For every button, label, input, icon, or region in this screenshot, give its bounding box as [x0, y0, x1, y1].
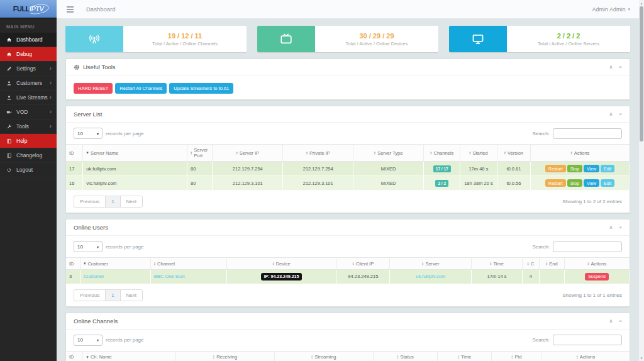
sidebar-item-vod[interactable]: VOD› — [0, 105, 57, 119]
stop-button[interactable]: Stop — [567, 165, 582, 172]
cell-ip: 212.129.3.101 — [213, 176, 283, 191]
column-header-receiving[interactable]: ▴▾Receiving — [176, 351, 275, 361]
column-header-actions[interactable]: ▴▾Actions — [531, 145, 630, 162]
edit-button[interactable]: Edit — [601, 165, 614, 172]
next-page-button[interactable]: Next — [120, 196, 143, 208]
column-header-ip[interactable]: ▴▾Server IP — [213, 145, 283, 162]
scrollbar-thumb[interactable] — [640, 6, 643, 142]
column-header-id[interactable]: ID — [66, 258, 80, 270]
power-icon — [6, 167, 14, 173]
column-header-name[interactable]: ▾Ch. Name — [83, 351, 176, 361]
cell-id: 3 — [66, 269, 80, 284]
previous-page-button[interactable]: Previous — [74, 289, 106, 301]
column-header-actions[interactable]: ▴▾Actions — [542, 351, 630, 361]
cell-id: 16 — [66, 176, 83, 191]
column-header-id[interactable]: ID — [66, 145, 83, 162]
column-header-started[interactable]: ▴▾Started — [460, 145, 497, 162]
next-page-button[interactable]: Next — [120, 289, 143, 301]
sidebar-item-customers[interactable]: Customers› — [0, 76, 57, 91]
edit-button[interactable]: Edit — [601, 179, 614, 187]
records-per-page-select[interactable]: 10 ▾ — [74, 128, 103, 139]
search-input[interactable] — [553, 128, 622, 139]
column-header-client_ip[interactable]: ▴▾Client IP — [336, 258, 390, 270]
sidebar-item-changelog[interactable]: Changelog — [0, 148, 57, 163]
restart-all-channels-button[interactable]: Restart All Channels — [115, 83, 167, 94]
update-streamers-to-t0-61-button[interactable]: Update Streamers to t0.61 — [169, 83, 233, 94]
customer-link[interactable]: Customer — [84, 274, 104, 279]
sidebar-toggle-icon[interactable] — [64, 4, 76, 15]
sidebar-item-live-streams[interactable]: Live Streams› — [0, 91, 57, 105]
column-header-pid[interactable]: ▴▾Pid — [491, 351, 542, 361]
column-header-c[interactable]: ▴▾C — [522, 258, 539, 270]
sort-icon: ▴▾ — [469, 151, 470, 155]
hard-reset-button[interactable]: HARD RESET — [74, 83, 113, 94]
column-header-channels[interactable]: ▴▾Channels — [424, 145, 460, 162]
view-button[interactable]: View — [584, 179, 599, 187]
sidebar-item-dashboard[interactable]: Dashboard — [0, 33, 57, 47]
sort-icon: ▴▾ — [272, 262, 274, 266]
sidebar-item-help[interactable]: Help — [0, 134, 57, 148]
column-header-id[interactable]: ID — [66, 351, 83, 361]
cell-type: MIXED — [353, 162, 424, 176]
restart-button[interactable]: Restart — [545, 165, 566, 172]
suspend-button[interactable]: Suspend — [585, 273, 609, 280]
column-header-channel[interactable]: ▴▾Channel — [150, 258, 226, 270]
sidebar-item-logout[interactable]: Logout — [0, 163, 57, 177]
close-icon[interactable]: × — [619, 111, 622, 117]
view-button[interactable]: View — [584, 165, 599, 172]
cell-channels: 2 / 2 — [424, 176, 460, 191]
close-icon[interactable]: × — [619, 64, 622, 70]
scroll-up-icon[interactable]: ▴ — [639, 1, 644, 5]
column-header-type[interactable]: ▴▾Server Type — [353, 145, 424, 162]
server-link[interactable]: uk.fulliptv.com — [416, 274, 445, 279]
column-header-private_ip[interactable]: ▴▾Private IP — [283, 145, 353, 162]
search-input[interactable] — [553, 242, 622, 252]
previous-page-button[interactable]: Previous — [74, 196, 106, 208]
column-header-name[interactable]: ▾Server Name — [83, 145, 187, 162]
column-header-server[interactable]: ▴▾Server — [390, 258, 472, 270]
cell-started: 18h 38m 20 s — [460, 176, 497, 191]
sidebar-item-label: Customers — [16, 80, 50, 86]
column-header-time[interactable]: ▴▾Time — [438, 351, 491, 361]
records-per-page-select[interactable]: 10 ▾ — [74, 335, 103, 346]
sort-icon: ▴▾ — [311, 355, 313, 359]
table-summary: Showing 1 to 1 of 1 entries — [562, 292, 622, 298]
restart-button[interactable]: Restart — [545, 179, 566, 187]
search-input[interactable] — [553, 335, 622, 345]
close-icon[interactable]: × — [619, 318, 622, 324]
sidebar-item-debug[interactable]: Debug — [0, 47, 57, 62]
stat-value: 19 / 12 / 11 — [168, 32, 202, 40]
collapse-icon[interactable]: ∧ — [609, 111, 613, 117]
page-scrollbar[interactable]: ▴ ▾ — [639, 0, 644, 361]
current-page-button[interactable]: 1 — [105, 289, 120, 301]
column-header-actions[interactable]: ▴▾Actions — [564, 258, 629, 270]
stop-button[interactable]: Stop — [567, 179, 582, 187]
collapse-icon[interactable]: ∧ — [609, 318, 613, 324]
panel-header: Online Channels ∧ × — [66, 313, 630, 330]
channel-link[interactable]: BBC One Scot — [154, 274, 185, 279]
chevron-right-icon: › — [50, 95, 52, 100]
column-header-device[interactable]: ▴▾Device — [226, 258, 336, 270]
sidebar-item-settings[interactable]: Settings› — [0, 62, 57, 76]
column-header-end[interactable]: ▴▾End — [539, 258, 564, 270]
column-header-customer[interactable]: ▾Customer — [80, 258, 150, 270]
collapse-icon[interactable]: ∧ — [609, 225, 613, 230]
column-header-time[interactable]: ▴▾Time — [472, 258, 523, 270]
collapse-icon[interactable]: ∧ — [609, 64, 613, 70]
sort-icon: ▴▾ — [236, 151, 238, 155]
scroll-down-icon[interactable]: ▾ — [639, 356, 644, 360]
close-icon[interactable]: × — [619, 225, 622, 230]
wrench-icon — [6, 124, 14, 130]
sidebar-item-label: Live Streams — [16, 94, 50, 101]
column-header-version[interactable]: ▴▾Version — [497, 145, 531, 162]
sort-icon: ▴▾ — [213, 355, 214, 359]
sidebar-item-tools[interactable]: Tools› — [0, 119, 57, 134]
column-header-status[interactable]: ▴▾Status — [373, 351, 438, 361]
cell-end — [539, 269, 564, 284]
current-page-button[interactable]: 1 — [105, 196, 120, 208]
records-per-page-select[interactable]: 10 ▾ — [74, 241, 103, 252]
column-header-port[interactable]: ▴▾Server Port — [187, 145, 213, 162]
column-header-streaming[interactable]: ▴▾Streaming — [274, 351, 373, 361]
user-menu[interactable]: Admin Admin ▾ — [592, 6, 630, 13]
page-title: Dashboard — [86, 6, 115, 13]
